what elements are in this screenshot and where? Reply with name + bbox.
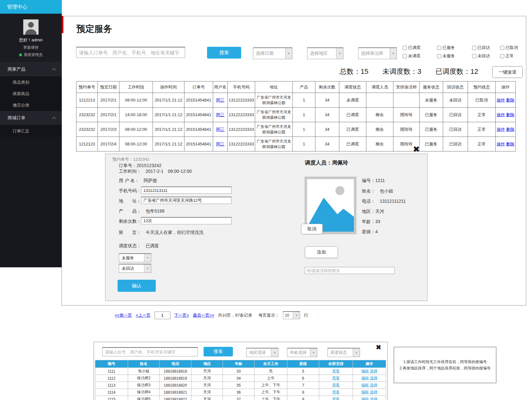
next-page-link[interactable]: 下一页>	[174, 312, 189, 318]
group-label: 商城订单	[8, 115, 25, 121]
col-header: 操作时间	[153, 81, 184, 93]
search-input[interactable]	[76, 47, 185, 58]
checkbox-normal[interactable]: 正常	[500, 53, 514, 59]
search-button[interactable]: 搜索	[207, 47, 241, 59]
chevron-down-icon: ▼	[310, 348, 317, 357]
table-row: 1212213 2017/2/1 08:00-12:00 2017/1/1 21…	[76, 93, 516, 108]
view-link[interactable]: 查看	[332, 369, 340, 373]
sidebar-item-microstore-category[interactable]: 微店分类	[0, 100, 62, 111]
per-page-select[interactable]: 10 ▼	[283, 311, 300, 319]
popup-age-select[interactable]: 年龄选择 ▼	[287, 348, 317, 357]
cell-phone: 18818818818	[160, 368, 191, 375]
cleaner-select[interactable]: 选择保洁师 ▼	[358, 47, 397, 59]
username-link[interactable]: 阿三	[216, 98, 225, 102]
cleaner-message-input[interactable]	[305, 267, 395, 274]
phone-label: 手机号码：	[119, 188, 141, 194]
sidebar-item-product-category[interactable]: 商品类别	[0, 77, 62, 88]
row-operate-link[interactable]: 操作	[497, 112, 505, 117]
col-header: 操作	[353, 360, 386, 368]
first-page-link[interactable]: <<第一页	[115, 312, 132, 318]
edit-link[interactable]: 编辑	[361, 376, 369, 380]
row-delete-link[interactable]: 删除	[506, 142, 514, 146]
one-click-dispatch-button[interactable]: 一键派遣	[492, 66, 523, 78]
close-icon[interactable]: ✖	[413, 145, 420, 153]
page-number-input[interactable]	[155, 312, 170, 319]
table-row: 1115 保洁师5 18818818822 天河 37 上午、下午 9 查看 编…	[95, 396, 386, 400]
view-link[interactable]: 查看	[332, 390, 340, 394]
username-link[interactable]: 阿三	[216, 142, 225, 146]
checkbox-cancelled[interactable]: 已取消	[500, 45, 518, 51]
stat-unscheduled: 未调度数：3	[382, 67, 421, 76]
service-status-select[interactable]: 未服务 ▼	[119, 253, 151, 262]
cell-booking-status: 已取消	[468, 93, 496, 108]
cell-star: 5	[287, 368, 319, 375]
cell-order-no: 20151454841	[184, 108, 213, 122]
cell-booking-status: 正常	[468, 108, 496, 122]
cell-visit-status: 已回访	[443, 137, 468, 151]
cancel-button[interactable]: 取消	[301, 224, 323, 234]
row-delete-link[interactable]: 删除	[506, 127, 514, 132]
cell-id: 1112	[95, 375, 128, 382]
cell-today-work: 上午	[255, 375, 287, 382]
confirm-button[interactable]: 确认	[118, 280, 156, 292]
edit-link[interactable]: 编辑	[361, 369, 369, 373]
sidebar-item-merchant-products[interactable]: 商家商品	[0, 88, 62, 100]
avatar	[23, 19, 39, 35]
checkbox-unserved[interactable]: 未服务	[437, 53, 455, 59]
row-delete-link[interactable]: 删除	[506, 98, 514, 102]
view-link[interactable]: 查看	[332, 376, 340, 380]
cell-phone: 18818818819	[160, 375, 191, 382]
staff-search-input[interactable]	[102, 347, 198, 356]
select-link[interactable]: 选择	[370, 376, 377, 380]
staff-search-button[interactable]: 搜索	[204, 347, 233, 356]
username-link[interactable]: 阿三	[216, 112, 225, 117]
select-link[interactable]: 选择	[370, 397, 377, 400]
table-row: 1111 包小姐 18818818818 天河 33 无 5 查看 编辑 选择	[95, 368, 386, 375]
checkbox-served[interactable]: 已服务	[437, 45, 455, 51]
view-link[interactable]: 查看	[332, 383, 340, 387]
cell-phone: 18818818820	[160, 382, 191, 389]
select-link[interactable]: 选择	[370, 369, 377, 373]
date-select[interactable]: 选择日期 ▼	[253, 47, 292, 59]
add-button[interactable]: 添加	[305, 246, 338, 258]
cell-dispatch-status: 已调度	[339, 108, 366, 122]
row-operate-link[interactable]: 操作	[497, 98, 505, 102]
popup-close-icon[interactable]: ✖	[376, 344, 381, 351]
cell-product: 1	[293, 137, 315, 151]
sidebar-group-products[interactable]: 商家产品	[0, 62, 62, 77]
edit-link[interactable]: 编辑	[361, 397, 369, 400]
edit-link[interactable]: 编辑	[361, 390, 369, 394]
dispatcher-title: 调度人员：周佩玲	[305, 159, 348, 166]
remaining-field[interactable]	[141, 217, 232, 224]
phone-field[interactable]	[141, 186, 232, 194]
checkbox-scheduled[interactable]: 已调度	[403, 45, 421, 51]
username-link[interactable]: 阿三	[216, 127, 225, 132]
popup-region-select[interactable]: 地区选择 ▼	[246, 348, 278, 357]
refresh-cache-link[interactable]: 更新缓存	[0, 45, 62, 50]
popup-dispatch-status-select[interactable]: 派遣状态 ▼	[327, 348, 360, 357]
address-field[interactable]	[141, 197, 232, 204]
sidebar-item-order-summary[interactable]: 订单汇总	[0, 125, 62, 137]
sidebar-group-orders[interactable]: 商城订单	[0, 111, 62, 125]
row-delete-link[interactable]: 删除	[506, 112, 514, 117]
col-header: 服务状态	[420, 81, 443, 93]
cell-optime: 2017/1/1 21:12	[153, 137, 184, 151]
row-operate-link[interactable]: 操作	[497, 127, 505, 132]
select-link[interactable]: 选择	[370, 390, 377, 394]
staff-select-popup: 搜索 地区选择 ▼ 年龄选择 ▼ 派遣状态 ▼ ✖ 编号 姓名 电话 地区 年龄	[94, 342, 388, 400]
staff-age: 年龄：33	[362, 219, 380, 225]
checkbox-unvisited[interactable]: 未回访	[472, 53, 490, 59]
region-select[interactable]: 选择地区 ▼	[307, 47, 343, 59]
checkbox-visited[interactable]: 已回访	[472, 45, 490, 51]
cell-timeslot: 08:00-12:00	[119, 137, 153, 151]
select-link[interactable]: 选择	[370, 383, 377, 387]
last-page-link[interactable]: 最后一页>>	[193, 312, 214, 318]
edit-link[interactable]: 编辑	[361, 383, 369, 387]
row-operate-link[interactable]: 操作	[497, 142, 505, 146]
cell-date: 2017/2/1	[98, 93, 119, 108]
visit-status-select[interactable]: 未回访 ▼	[119, 264, 151, 273]
view-link[interactable]: 查看	[332, 397, 340, 400]
address-label: 地 址：	[119, 198, 141, 204]
checkbox-unscheduled[interactable]: 未调度	[403, 53, 421, 59]
prev-page-link[interactable]: <上一页	[136, 312, 151, 318]
